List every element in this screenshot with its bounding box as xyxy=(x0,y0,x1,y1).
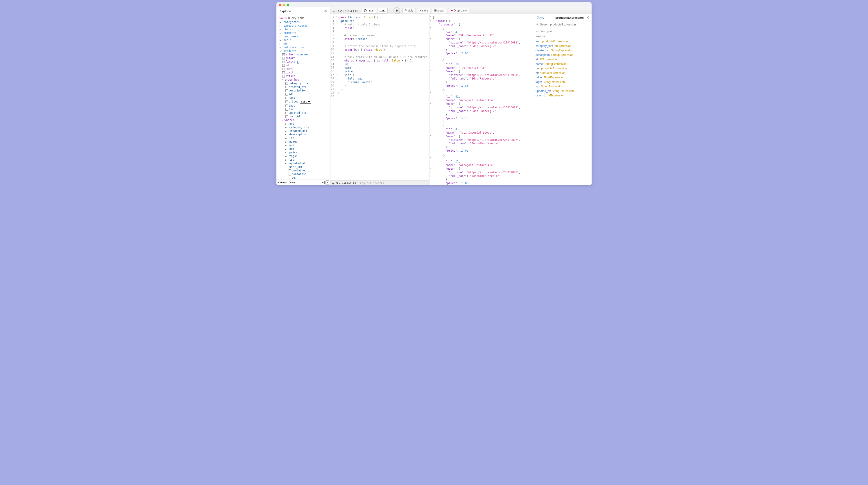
docs-field-and[interactable]: and: productsExpression xyxy=(535,40,589,43)
where-or[interactable]: ▶ or: xyxy=(278,147,330,151)
arg-last[interactable]: last: xyxy=(278,67,330,71)
docs-header: ‹ Query productsExpression ✕ xyxy=(533,14,592,21)
arg-before[interactable]: before: xyxy=(278,56,330,60)
docs-field-created_at[interactable]: created_at: StringExpression xyxy=(535,49,589,52)
root-type-tree: ▶ categories▶ category_counts▶ chats▶ co… xyxy=(276,20,330,179)
tab-request-headers[interactable]: REQUEST HEADERS xyxy=(360,182,384,185)
where-category_ids[interactable]: ▶ category_ids: xyxy=(278,125,330,129)
docs-back-button[interactable]: ‹ Query xyxy=(535,16,544,19)
docs-field-name[interactable]: name: StringExpression xyxy=(535,62,589,65)
docs-field-user_id[interactable]: user_id: IntExpression xyxy=(535,94,589,97)
variables-tabs: QUERY VARIABLES REQUEST HEADERS xyxy=(331,180,429,185)
docs-search-input[interactable] xyxy=(540,23,589,26)
docs-field-tags[interactable]: tags: StringExpression xyxy=(535,80,589,84)
docs-title: productsExpression xyxy=(546,16,584,19)
where-not[interactable]: ▶ not: xyxy=(278,143,330,147)
where-and[interactable]: ▶ and: xyxy=(278,122,330,125)
order-by-tags[interactable]: tags: xyxy=(278,104,330,108)
docs-field-category_ids[interactable]: category_ids: IntExpression xyxy=(535,44,589,48)
order-by-node[interactable]: ▼order_by: xyxy=(278,78,330,82)
docs-field-not[interactable]: not: productsExpression xyxy=(535,67,589,70)
root-type-products[interactable]: ▼ products xyxy=(278,49,330,53)
svg-point-0 xyxy=(536,23,538,25)
where-description[interactable]: ▶ description: xyxy=(278,133,330,136)
history-button[interactable]: History xyxy=(417,8,430,13)
root-type-category_counts[interactable]: ▶ category_counts xyxy=(278,24,330,27)
where-name[interactable]: ▶ name: xyxy=(278,140,330,143)
explorer-header: Explorer ✕ xyxy=(276,7,330,15)
maximize-window-icon[interactable] xyxy=(287,4,289,6)
arg-offset[interactable]: offset: xyxy=(278,74,330,78)
brand-label: GRAPHJIN xyxy=(333,9,359,12)
where-id[interactable]: ▶ id: xyxy=(278,136,330,140)
minimize-window-icon[interactable] xyxy=(283,4,285,6)
close-icon[interactable]: ✕ xyxy=(586,16,589,20)
order-by-description[interactable]: description: xyxy=(278,89,330,92)
where-updated_at[interactable]: ▶ updated_at: xyxy=(278,162,330,165)
execute-button[interactable] xyxy=(394,7,400,14)
result-code: { "data": { "products": [ { "id": 2, "na… xyxy=(432,14,522,185)
root-type-chats[interactable]: ▶ chats xyxy=(278,27,330,31)
root-type-customers[interactable]: ▶ customers xyxy=(278,35,330,38)
docs-panel: ‹ Query productsExpression ✕ No Descrip xyxy=(533,14,592,185)
where-tsv[interactable]: ▶ tsv: xyxy=(278,158,330,162)
arg-id[interactable]: id: xyxy=(278,63,330,67)
order-by-created_at[interactable]: created_at: xyxy=(278,85,330,89)
user-id-op-contained_in[interactable]: contained_in: xyxy=(278,169,330,172)
where-tags[interactable]: ▶ tags: xyxy=(278,154,330,158)
graphjin-dropdown[interactable]: ❤ GraphJin ▾ xyxy=(448,8,469,13)
user-id-op-contains[interactable]: contains: xyxy=(278,172,330,176)
arg-after[interactable]: after: $cursor xyxy=(278,53,330,56)
root-type-categories[interactable]: ▶ categories xyxy=(278,20,330,24)
operation-name-input[interactable]: Query Name xyxy=(288,17,305,20)
query-editor[interactable]: 1234567891011121314151617181920212223 ▾▾… xyxy=(331,14,429,180)
order-by-price-select[interactable]: descasc xyxy=(300,100,311,104)
result-viewer[interactable]: ▾▾▾▾▾▾▾▾▾▾▾▾▾ { "data": { "products": [ … xyxy=(430,14,533,185)
docs-field-tsv[interactable]: tsv: StringExpression xyxy=(535,85,589,88)
add-new-button[interactable]: + xyxy=(325,180,329,184)
chevron-left-icon: ‹ xyxy=(535,16,536,19)
user-id-op-eq[interactable]: eq: xyxy=(278,176,330,179)
order-by-user_id[interactable]: user_id: xyxy=(278,115,330,118)
close-window-icon[interactable] xyxy=(279,4,281,6)
explorer-toggle-button[interactable]: Explorer xyxy=(432,8,447,13)
order-by-category_ids[interactable]: category_ids: xyxy=(278,82,330,85)
svg-line-1 xyxy=(537,25,538,25)
docs-field-or[interactable]: or: productsExpression xyxy=(535,71,589,75)
prettify-button[interactable]: Prettify xyxy=(402,8,416,13)
root-type-comments[interactable]: ▶ comments xyxy=(278,31,330,35)
where-node[interactable]: ▼where: xyxy=(278,118,330,122)
github-star-button[interactable]: Star 1,231 xyxy=(362,8,388,13)
query-code[interactable]: query ($cursor: Cursor) { products( # re… xyxy=(337,14,429,180)
docs-field-description[interactable]: description: StringExpression xyxy=(535,53,589,57)
order-by-updated_at[interactable]: updated_at: xyxy=(278,111,330,115)
app-window: Explorer ✕ query Query Name ▶ categories… xyxy=(276,2,592,185)
no-description-label: No Description xyxy=(535,30,589,33)
query-editor-column: 1234567891011121314151617181920212223 ▾▾… xyxy=(331,14,430,185)
content: Explorer ✕ query Query Name ▶ categories… xyxy=(276,7,592,185)
root-type-notifications[interactable]: ▶ notifications xyxy=(278,46,330,49)
add-new-select[interactable]: Query xyxy=(288,181,324,184)
titlebar xyxy=(276,2,592,7)
where-created_at[interactable]: ▶ created_at: xyxy=(278,129,330,133)
docs-field-updated_at[interactable]: updated_at: StringExpression xyxy=(535,89,589,93)
main-area: GRAPHJIN Star 1,231 Prettify History Exp… xyxy=(331,7,592,185)
order-by-tsv[interactable]: tsv: xyxy=(278,108,330,111)
where-price[interactable]: ▶ price: xyxy=(278,151,330,154)
order-by-price[interactable]: price: descasc xyxy=(278,99,330,104)
arg-limit[interactable]: limit: xyxy=(278,71,330,74)
order-by-id[interactable]: id: xyxy=(278,92,330,96)
docs-search xyxy=(533,21,592,28)
toolbar: GRAPHJIN Star 1,231 Prettify History Exp… xyxy=(331,7,592,14)
arg-first[interactable]: first: 5 xyxy=(278,60,330,63)
operation-keyword: query xyxy=(279,17,287,20)
tab-query-variables[interactable]: QUERY VARIABLES xyxy=(332,182,356,185)
docs-field-id[interactable]: id: IDExpression xyxy=(535,58,589,61)
root-type-me[interactable]: ▶ me xyxy=(278,42,330,46)
explorer-body: query Query Name ▶ categories▶ category_… xyxy=(276,15,330,179)
order-by-name[interactable]: name: xyxy=(278,96,330,99)
root-type-deals[interactable]: ▶ deals xyxy=(278,38,330,42)
where-user-id[interactable]: ▼ user_id: xyxy=(278,165,330,169)
docs-field-price[interactable]: price: FloatExpression xyxy=(535,76,589,79)
close-icon[interactable]: ✕ xyxy=(324,9,327,13)
